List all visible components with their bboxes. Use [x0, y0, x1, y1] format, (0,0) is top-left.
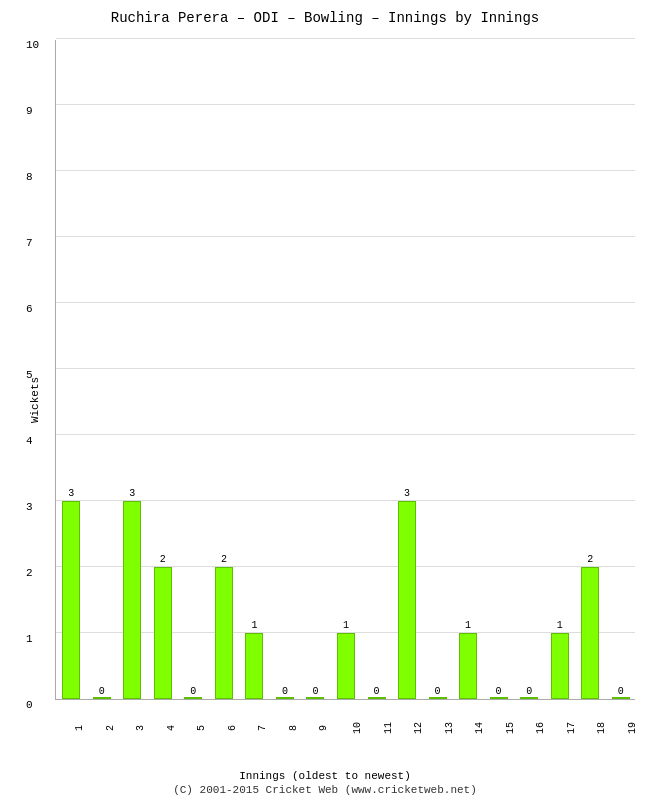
bar-value-label: 0 — [276, 686, 294, 697]
chart-title: Ruchira Perera – ODI – Bowling – Innings… — [0, 0, 650, 31]
bar — [459, 633, 477, 699]
x-tick-label: 14 — [474, 722, 485, 734]
bar — [612, 697, 630, 699]
x-tick-label: 13 — [444, 722, 455, 734]
bar — [93, 697, 111, 699]
grid-line — [56, 302, 635, 303]
x-tick-label: 7 — [257, 725, 268, 731]
y-tick-label: 9 — [26, 105, 33, 117]
copyright: (C) 2001-2015 Cricket Web (www.cricketwe… — [0, 784, 650, 796]
bar — [551, 633, 569, 699]
x-tick-label: 6 — [227, 725, 238, 731]
x-tick-label: 15 — [505, 722, 516, 734]
x-tick-label: 18 — [596, 722, 607, 734]
bar-value-label: 1 — [551, 620, 569, 631]
x-tick-label: 11 — [383, 722, 394, 734]
bar-value-label: 3 — [123, 488, 141, 499]
y-tick-label: 6 — [26, 303, 33, 315]
x-tick-label: 5 — [196, 725, 207, 731]
bar-value-label: 0 — [184, 686, 202, 697]
grid-line — [56, 236, 635, 237]
y-tick-label: 3 — [26, 501, 33, 513]
grid-line — [56, 566, 635, 567]
bar-value-label: 0 — [612, 686, 630, 697]
x-tick-label: 9 — [318, 725, 329, 731]
bar-value-label: 1 — [245, 620, 263, 631]
grid-line — [56, 368, 635, 369]
bar-value-label: 0 — [93, 686, 111, 697]
x-tick-label: 3 — [135, 725, 146, 731]
bar — [337, 633, 355, 699]
bar-value-label: 0 — [490, 686, 508, 697]
y-tick-label: 0 — [26, 699, 33, 711]
y-tick-label: 5 — [26, 369, 33, 381]
bar-value-label: 0 — [429, 686, 447, 697]
grid-line — [56, 170, 635, 171]
y-tick-label: 4 — [26, 435, 33, 447]
y-tick-label: 8 — [26, 171, 33, 183]
chart-area: 0123456789103102332405261708091100113120… — [55, 40, 635, 700]
chart-container: Ruchira Perera – ODI – Bowling – Innings… — [0, 0, 650, 800]
grid-line — [56, 38, 635, 39]
y-tick-label: 1 — [26, 633, 33, 645]
bar — [520, 697, 538, 699]
bar — [306, 697, 324, 699]
y-axis-label: Wickets — [29, 377, 41, 423]
x-axis-label: Innings (oldest to newest) — [239, 770, 411, 782]
y-tick-label: 10 — [26, 39, 39, 51]
bar — [245, 633, 263, 699]
x-tick-label: 17 — [566, 722, 577, 734]
x-tick-label: 8 — [288, 725, 299, 731]
grid-line — [56, 434, 635, 435]
bar — [276, 697, 294, 699]
x-tick-label: 10 — [352, 722, 363, 734]
bar — [368, 697, 386, 699]
x-tick-label: 2 — [105, 725, 116, 731]
bar-value-label: 1 — [337, 620, 355, 631]
grid-line — [56, 500, 635, 501]
bar-value-label: 2 — [215, 554, 233, 565]
bar — [398, 501, 416, 699]
grid-line — [56, 104, 635, 105]
bar-value-label: 3 — [62, 488, 80, 499]
bar — [62, 501, 80, 699]
bar — [154, 567, 172, 699]
x-tick-label: 1 — [74, 725, 85, 731]
x-tick-label: 4 — [166, 725, 177, 731]
bar-value-label: 0 — [368, 686, 386, 697]
bar-value-label: 2 — [581, 554, 599, 565]
bar — [215, 567, 233, 699]
bar-value-label: 3 — [398, 488, 416, 499]
x-tick-label: 12 — [413, 722, 424, 734]
y-tick-label: 2 — [26, 567, 33, 579]
bar — [490, 697, 508, 699]
bar-value-label: 0 — [306, 686, 324, 697]
bar — [429, 697, 447, 699]
bar-value-label: 2 — [154, 554, 172, 565]
bar-value-label: 1 — [459, 620, 477, 631]
bar — [581, 567, 599, 699]
x-tick-label: 19 — [627, 722, 638, 734]
x-tick-label: 16 — [535, 722, 546, 734]
bar — [184, 697, 202, 699]
y-tick-label: 7 — [26, 237, 33, 249]
bar — [123, 501, 141, 699]
bar-value-label: 0 — [520, 686, 538, 697]
